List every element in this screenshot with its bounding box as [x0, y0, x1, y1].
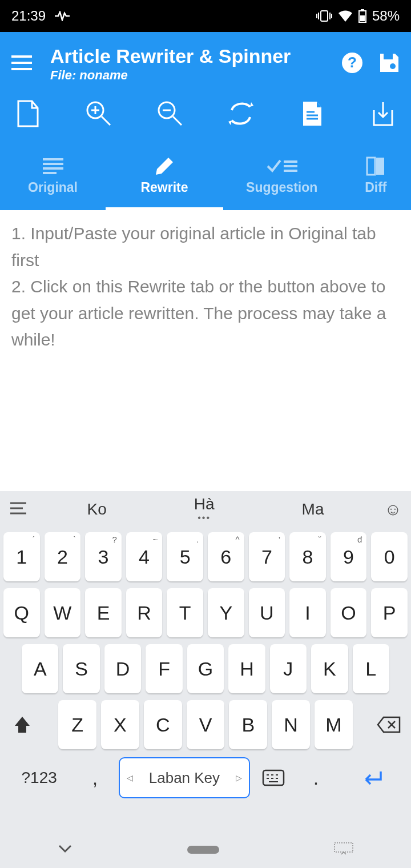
tabs: Original Rewrite Suggestion Diff [0, 142, 411, 210]
chevron-left-icon: ◁ [127, 773, 133, 782]
key-7[interactable]: ’7 [249, 532, 285, 581]
suggestion-bar: Ko Hà ••• Ma ☺ [0, 491, 411, 528]
svg-rect-11 [376, 158, 384, 175]
key-w[interactable]: W [45, 588, 81, 637]
document-button[interactable] [297, 98, 328, 129]
svg-rect-13 [335, 843, 353, 852]
key-l[interactable]: L [353, 644, 389, 693]
key-r[interactable]: R [126, 588, 163, 637]
key-z[interactable]: Z [58, 700, 96, 749]
emoji-button[interactable]: ☺ [368, 500, 402, 519]
help-button[interactable]: ? [341, 52, 363, 76]
file-label: File: noname [50, 68, 341, 83]
placeholder-text: 1. Input/Paste your original article in … [11, 220, 400, 353]
zoom-in-button[interactable] [83, 98, 114, 129]
tab-label: Suggestion [246, 180, 317, 195]
suggestion-2[interactable]: Hà ••• [194, 496, 215, 523]
svg-rect-10 [367, 158, 375, 175]
key-i[interactable]: I [289, 588, 326, 637]
keyboard: Ko Hà ••• Ma ☺ ´1 `2 ?3 ~4 .5 ^6 ’7 ˘8 đ… [0, 491, 411, 868]
backspace-key[interactable] [369, 700, 408, 749]
nav-home[interactable] [187, 846, 219, 854]
suggestion-1[interactable]: Ko [87, 500, 107, 519]
key-g[interactable]: G [187, 644, 224, 693]
key-k[interactable]: K [311, 644, 348, 693]
status-bar: 21:39 58% [0, 0, 411, 32]
key-j[interactable]: J [270, 644, 307, 693]
comma-key[interactable]: , [76, 756, 114, 799]
key-row-2: Q W E R T Y U I O P [3, 588, 408, 637]
key-1[interactable]: ´1 [3, 532, 40, 581]
app-title: Article Rewriter & Spinner [50, 45, 341, 67]
key-row-bottom: ?123 , ◁ Laban Key ▷ . [3, 756, 408, 799]
save-button[interactable] [379, 53, 400, 75]
key-h[interactable]: H [228, 644, 265, 693]
key-6[interactable]: ^6 [208, 532, 244, 581]
key-0[interactable]: 0 [371, 532, 408, 581]
mode-key[interactable]: ?123 [7, 756, 71, 799]
key-5[interactable]: .5 [167, 532, 203, 581]
svg-rect-6 [384, 54, 393, 59]
tab-label: Original [28, 180, 78, 195]
tab-diff[interactable]: Diff [341, 142, 411, 210]
status-time: 21:39 [11, 8, 46, 24]
vibrate-icon [316, 10, 332, 22]
svg-point-7 [390, 63, 396, 69]
lines-icon [43, 157, 63, 175]
suggestion-3[interactable]: Ma [302, 500, 324, 519]
space-key[interactable]: ◁ Laban Key ▷ [119, 757, 251, 798]
pencil-icon [156, 157, 173, 175]
keyboard-switch-key[interactable] [255, 756, 292, 799]
zoom-out-button[interactable] [155, 98, 186, 129]
key-4[interactable]: ~4 [126, 532, 163, 581]
key-f[interactable]: F [146, 644, 182, 693]
wifi-icon [338, 10, 353, 22]
key-u[interactable]: U [249, 588, 285, 637]
shift-key[interactable] [3, 700, 42, 749]
refresh-button[interactable] [225, 98, 256, 129]
key-n[interactable]: N [272, 700, 310, 749]
key-m[interactable]: M [315, 700, 353, 749]
system-nav-bar [0, 831, 411, 868]
nav-keyboard-icon[interactable] [333, 842, 354, 858]
tab-label: Diff [365, 180, 386, 195]
key-e[interactable]: E [85, 588, 122, 637]
activity-icon [55, 11, 70, 21]
key-row-1: ´1 `2 ?3 ~4 .5 ^6 ’7 ˘8 đ9 0 [3, 532, 408, 581]
app-header: Article Rewriter & Spinner File: noname … [0, 32, 411, 210]
content-area[interactable]: 1. Input/Paste your original article in … [0, 210, 411, 501]
key-v[interactable]: V [187, 700, 225, 749]
svg-rect-3 [360, 15, 365, 21]
key-o[interactable]: O [331, 588, 367, 637]
key-b[interactable]: B [229, 700, 267, 749]
enter-key[interactable] [340, 756, 404, 799]
key-row-3: A S D F G H J K L [3, 644, 408, 693]
key-q[interactable]: Q [3, 588, 40, 637]
key-2[interactable]: `2 [45, 532, 81, 581]
download-button[interactable] [368, 98, 398, 129]
svg-rect-2 [361, 9, 364, 11]
menu-button[interactable] [10, 51, 39, 77]
key-8[interactable]: ˘8 [289, 532, 326, 581]
tab-suggestion[interactable]: Suggestion [223, 142, 341, 210]
key-c[interactable]: C [144, 700, 182, 749]
new-file-button[interactable] [13, 98, 43, 129]
clipboard-icon[interactable] [9, 501, 43, 518]
key-row-4: Z X C V B N M [3, 700, 408, 749]
key-s[interactable]: S [63, 644, 99, 693]
key-p[interactable]: P [371, 588, 408, 637]
diff-icon [366, 157, 385, 175]
key-d[interactable]: D [104, 644, 141, 693]
chevron-right-icon: ▷ [236, 773, 242, 782]
key-x[interactable]: X [101, 700, 139, 749]
key-9[interactable]: đ9 [331, 532, 367, 581]
period-key[interactable]: . [297, 756, 335, 799]
toolbar [0, 88, 411, 142]
tab-rewrite[interactable]: Rewrite [106, 142, 223, 210]
nav-back-icon[interactable] [57, 843, 73, 856]
key-a[interactable]: A [22, 644, 58, 693]
key-t[interactable]: T [167, 588, 203, 637]
tab-original[interactable]: Original [0, 142, 106, 210]
key-3[interactable]: ?3 [85, 532, 122, 581]
key-y[interactable]: Y [208, 588, 244, 637]
